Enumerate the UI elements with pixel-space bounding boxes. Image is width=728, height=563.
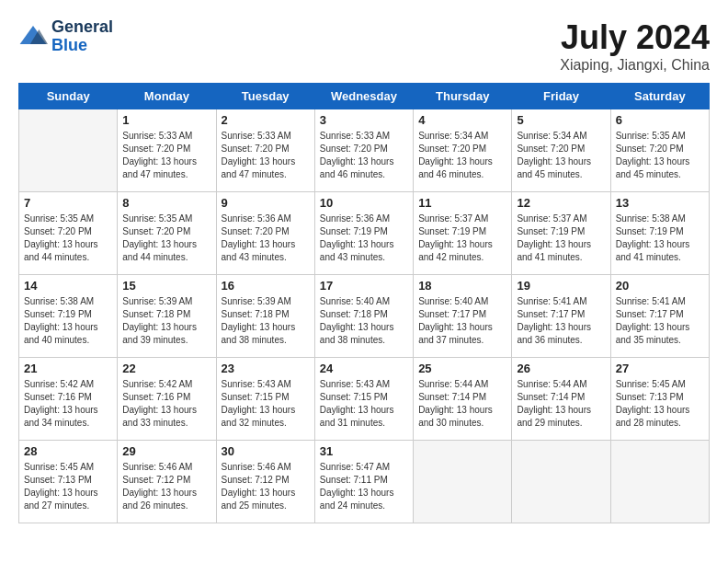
weekday-header-saturday: Saturday (610, 84, 709, 109)
calendar-cell: 29Sunrise: 5:46 AM Sunset: 7:12 PM Dayli… (118, 441, 216, 523)
calendar-cell: 17Sunrise: 5:40 AM Sunset: 7:18 PM Dayli… (314, 275, 413, 358)
day-info: Sunrise: 5:46 AM Sunset: 7:12 PM Dayligh… (222, 461, 310, 512)
day-info: Sunrise: 5:47 AM Sunset: 7:11 PM Dayligh… (320, 461, 408, 512)
day-number: 14 (24, 279, 112, 293)
calendar-cell: 23Sunrise: 5:43 AM Sunset: 7:15 PM Dayli… (216, 358, 314, 441)
calendar-cell: 3Sunrise: 5:33 AM Sunset: 7:20 PM Daylig… (314, 109, 413, 192)
calendar-cell: 6Sunrise: 5:35 AM Sunset: 7:20 PM Daylig… (610, 109, 709, 192)
week-row-4: 21Sunrise: 5:42 AM Sunset: 7:16 PM Dayli… (19, 358, 710, 441)
title-block: July 2024 Xiaping, Jiangxi, China (560, 18, 710, 74)
day-number: 11 (418, 196, 506, 210)
day-number: 8 (122, 196, 210, 210)
calendar-cell: 18Sunrise: 5:40 AM Sunset: 7:17 PM Dayli… (414, 275, 512, 358)
day-number: 27 (616, 362, 704, 375)
calendar-cell: 26Sunrise: 5:44 AM Sunset: 7:14 PM Dayli… (512, 358, 610, 441)
logo-text: General Blue (51, 18, 113, 55)
weekday-header-row: SundayMondayTuesdayWednesdayThursdayFrid… (19, 84, 710, 109)
day-number: 25 (418, 362, 506, 375)
day-info: Sunrise: 5:34 AM Sunset: 7:20 PM Dayligh… (517, 130, 605, 181)
calendar-cell: 28Sunrise: 5:45 AM Sunset: 7:13 PM Dayli… (19, 441, 118, 523)
calendar-cell (512, 441, 610, 523)
day-info: Sunrise: 5:40 AM Sunset: 7:18 PM Dayligh… (320, 295, 408, 347)
day-number: 23 (222, 362, 310, 375)
calendar-cell: 21Sunrise: 5:42 AM Sunset: 7:16 PM Dayli… (19, 358, 118, 441)
day-info: Sunrise: 5:35 AM Sunset: 7:20 PM Dayligh… (24, 213, 112, 264)
day-number: 18 (418, 279, 506, 293)
week-row-5: 28Sunrise: 5:45 AM Sunset: 7:13 PM Dayli… (19, 441, 710, 523)
day-number: 7 (24, 196, 112, 210)
day-number: 19 (517, 279, 605, 293)
day-number: 29 (122, 444, 210, 458)
calendar-cell: 31Sunrise: 5:47 AM Sunset: 7:11 PM Dayli… (314, 441, 413, 523)
day-info: Sunrise: 5:35 AM Sunset: 7:20 PM Dayligh… (616, 130, 704, 181)
day-number: 22 (122, 362, 210, 375)
day-number: 15 (122, 279, 210, 293)
week-row-1: 1Sunrise: 5:33 AM Sunset: 7:20 PM Daylig… (19, 109, 710, 192)
calendar-cell (414, 441, 512, 523)
day-number: 24 (320, 362, 408, 375)
day-info: Sunrise: 5:43 AM Sunset: 7:15 PM Dayligh… (222, 378, 310, 430)
day-info: Sunrise: 5:33 AM Sunset: 7:20 PM Dayligh… (122, 130, 210, 181)
month-year: July 2024 (560, 18, 710, 57)
day-info: Sunrise: 5:36 AM Sunset: 7:19 PM Dayligh… (320, 213, 408, 264)
calendar-cell: 11Sunrise: 5:37 AM Sunset: 7:19 PM Dayli… (414, 192, 512, 275)
calendar-cell: 2Sunrise: 5:33 AM Sunset: 7:20 PM Daylig… (216, 109, 314, 192)
day-number: 9 (222, 196, 310, 210)
day-info: Sunrise: 5:37 AM Sunset: 7:19 PM Dayligh… (418, 213, 506, 264)
day-info: Sunrise: 5:42 AM Sunset: 7:16 PM Dayligh… (122, 378, 210, 430)
calendar-cell: 7Sunrise: 5:35 AM Sunset: 7:20 PM Daylig… (19, 192, 118, 275)
day-info: Sunrise: 5:33 AM Sunset: 7:20 PM Dayligh… (222, 130, 310, 181)
weekday-header-monday: Monday (118, 84, 216, 109)
day-number: 10 (320, 196, 408, 210)
day-number: 1 (122, 113, 210, 127)
day-number: 4 (418, 113, 506, 127)
calendar-cell (610, 441, 709, 523)
calendar-cell: 15Sunrise: 5:39 AM Sunset: 7:18 PM Dayli… (118, 275, 216, 358)
weekday-header-friday: Friday (512, 84, 610, 109)
week-row-3: 14Sunrise: 5:38 AM Sunset: 7:19 PM Dayli… (19, 275, 710, 358)
day-number: 12 (517, 196, 605, 210)
weekday-header-tuesday: Tuesday (216, 84, 314, 109)
day-number: 3 (320, 113, 408, 127)
calendar-table: SundayMondayTuesdayWednesdayThursdayFrid… (18, 83, 710, 523)
calendar-cell (19, 109, 118, 192)
day-info: Sunrise: 5:44 AM Sunset: 7:14 PM Dayligh… (517, 378, 605, 430)
day-info: Sunrise: 5:37 AM Sunset: 7:19 PM Dayligh… (517, 213, 605, 264)
calendar-cell: 13Sunrise: 5:38 AM Sunset: 7:19 PM Dayli… (610, 192, 709, 275)
calendar-cell: 30Sunrise: 5:46 AM Sunset: 7:12 PM Dayli… (216, 441, 314, 523)
day-info: Sunrise: 5:40 AM Sunset: 7:17 PM Dayligh… (418, 295, 506, 347)
calendar-cell: 22Sunrise: 5:42 AM Sunset: 7:16 PM Dayli… (118, 358, 216, 441)
location: Xiaping, Jiangxi, China (560, 57, 710, 74)
calendar-cell: 20Sunrise: 5:41 AM Sunset: 7:17 PM Dayli… (610, 275, 709, 358)
logo-line2: Blue (51, 37, 113, 55)
day-info: Sunrise: 5:36 AM Sunset: 7:20 PM Dayligh… (222, 213, 310, 264)
calendar-cell: 14Sunrise: 5:38 AM Sunset: 7:19 PM Dayli… (19, 275, 118, 358)
calendar-cell: 25Sunrise: 5:44 AM Sunset: 7:14 PM Dayli… (414, 358, 512, 441)
day-number: 26 (517, 362, 605, 375)
calendar-cell: 27Sunrise: 5:45 AM Sunset: 7:13 PM Dayli… (610, 358, 709, 441)
week-row-2: 7Sunrise: 5:35 AM Sunset: 7:20 PM Daylig… (19, 192, 710, 275)
day-info: Sunrise: 5:43 AM Sunset: 7:15 PM Dayligh… (320, 378, 408, 430)
day-number: 13 (616, 196, 704, 210)
page-header: General Blue July 2024 Xiaping, Jiangxi,… (18, 18, 710, 74)
day-info: Sunrise: 5:46 AM Sunset: 7:12 PM Dayligh… (122, 461, 210, 512)
day-number: 2 (222, 113, 310, 127)
day-number: 20 (616, 279, 704, 293)
calendar-cell: 19Sunrise: 5:41 AM Sunset: 7:17 PM Dayli… (512, 275, 610, 358)
day-number: 16 (222, 279, 310, 293)
calendar-cell: 4Sunrise: 5:34 AM Sunset: 7:20 PM Daylig… (414, 109, 512, 192)
logo: General Blue (18, 18, 113, 55)
weekday-header-wednesday: Wednesday (314, 84, 413, 109)
day-info: Sunrise: 5:41 AM Sunset: 7:17 PM Dayligh… (616, 295, 704, 347)
day-info: Sunrise: 5:44 AM Sunset: 7:14 PM Dayligh… (418, 378, 506, 430)
day-info: Sunrise: 5:39 AM Sunset: 7:18 PM Dayligh… (222, 295, 310, 347)
day-info: Sunrise: 5:35 AM Sunset: 7:20 PM Dayligh… (122, 213, 210, 264)
day-number: 5 (517, 113, 605, 127)
calendar-cell: 9Sunrise: 5:36 AM Sunset: 7:20 PM Daylig… (216, 192, 314, 275)
day-info: Sunrise: 5:39 AM Sunset: 7:18 PM Dayligh… (122, 295, 210, 347)
day-info: Sunrise: 5:33 AM Sunset: 7:20 PM Dayligh… (320, 130, 408, 181)
day-info: Sunrise: 5:38 AM Sunset: 7:19 PM Dayligh… (616, 213, 704, 264)
day-number: 21 (24, 362, 112, 375)
calendar-cell: 16Sunrise: 5:39 AM Sunset: 7:18 PM Dayli… (216, 275, 314, 358)
day-number: 31 (320, 444, 408, 458)
